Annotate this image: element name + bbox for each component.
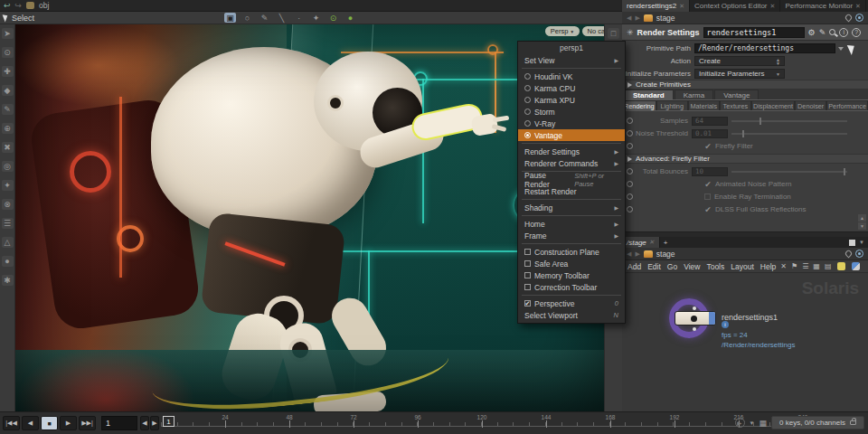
timeline-ruler[interactable]: 24 48 72 96 120 144 168 192 216 240 1 — [161, 415, 778, 432]
noise-threshold-value-field[interactable]: 0.01 — [692, 129, 728, 138]
menu-item-renderer-karma-xpu[interactable]: Karma XPU — [518, 94, 625, 106]
tool-icon[interactable]: ✎ — [2, 104, 14, 115]
tool-icon[interactable]: ✚ — [2, 66, 14, 77]
path-location-label[interactable]: stage — [656, 250, 675, 259]
scroll-up-icon[interactable]: ▲ — [858, 214, 866, 222]
playhead-marker[interactable]: 1 — [163, 416, 175, 427]
tab-rendering[interactable]: Rendering — [622, 100, 656, 110]
samples-slider[interactable] — [731, 120, 847, 122]
menu-item-frame[interactable]: Frame▶ — [518, 230, 625, 241]
menu-item-renderer-vantage-selected[interactable]: Vantage — [518, 129, 625, 141]
menu-item-renderer-storm[interactable]: Storm — [518, 106, 625, 118]
go-to-start-button[interactable]: |◀◀ — [3, 416, 20, 430]
dopesheet-icon[interactable]: ▦ — [760, 419, 768, 428]
menu-item-home[interactable]: Home▶ — [518, 218, 625, 230]
noise-threshold-slider[interactable] — [731, 133, 847, 135]
line-select-icon[interactable]: ╲ — [276, 13, 288, 23]
help-icon[interactable]: ? — [852, 28, 861, 37]
tool-icon[interactable]: ☰ — [2, 218, 14, 229]
slider-handle[interactable] — [742, 130, 744, 137]
total-bounces-value-field[interactable]: 10 — [692, 167, 728, 176]
menu-go[interactable]: Go — [667, 262, 677, 271]
play-reverse-button[interactable]: ◀ — [22, 416, 39, 430]
new-tab-button[interactable]: + — [660, 239, 672, 247]
parameter-node-icon[interactable] — [627, 193, 633, 200]
keys-channels-status[interactable]: 0 keys, 0/0 channels — [771, 416, 864, 429]
pin-icon[interactable] — [844, 14, 854, 23]
pane-maximize-icon[interactable] — [849, 240, 855, 246]
tool-icon[interactable]: ✖ — [2, 142, 14, 153]
brush-icon[interactable]: ✎ — [819, 28, 826, 37]
stop-button[interactable]: ■ — [41, 416, 58, 430]
tool-icon[interactable]: ⊕ — [2, 123, 14, 134]
menu-item-pause-render[interactable]: Pause RenderShift+P or Pause — [518, 174, 625, 185]
camera-selector-pill[interactable]: No cam ▼ — [582, 26, 604, 36]
advanced-firefly-filter-section[interactable]: Advanced: Firefly Filter — [622, 154, 868, 164]
visibility-select-icon[interactable]: ✦ — [310, 13, 322, 23]
scroll-down-icon[interactable]: ▼ — [858, 222, 866, 230]
create-primitives-section[interactable]: Create Primitives — [622, 80, 868, 90]
back-icon[interactable]: ◀ — [627, 14, 631, 22]
tool-icon[interactable]: ➤ — [2, 28, 14, 39]
network-editor-canvas[interactable]: Solaris rendersettings1 i fps = 24 /Rend… — [622, 273, 868, 411]
node-display-flag[interactable] — [709, 312, 715, 325]
chevron-down-icon[interactable] — [838, 47, 844, 51]
tab-rendersettings[interactable]: rendersettings2✕ — [622, 0, 690, 12]
parameter-node-icon[interactable] — [627, 118, 633, 124]
go-to-end-button[interactable]: ▶▶| — [79, 416, 96, 430]
close-icon[interactable]: ✕ — [770, 3, 776, 10]
checkbox-checked-icon[interactable]: ✔ — [704, 206, 712, 213]
menu-item-renderer-commands[interactable]: Renderer Commands▶ — [518, 157, 625, 169]
current-frame-field[interactable] — [101, 416, 137, 430]
tool-icon[interactable]: ⊙ — [2, 47, 14, 58]
display-option-icon[interactable]: □ — [608, 28, 619, 39]
tab-karma[interactable]: Karma — [675, 90, 714, 99]
list-view-icon[interactable]: ☰ — [802, 262, 808, 270]
gear-icon[interactable]: ⚙ — [808, 28, 816, 37]
checkbox-checked-icon[interactable]: ✔ — [704, 181, 712, 188]
parameter-node-icon[interactable] — [627, 206, 633, 212]
forward-icon[interactable]: ▶ — [635, 250, 639, 258]
point-select-icon[interactable]: ∙ — [293, 13, 305, 23]
tool-icon[interactable]: ● — [2, 256, 14, 267]
tab-displacement[interactable]: Displacement — [751, 100, 795, 110]
initialize-parameters-button[interactable]: Initialize Parameters▼ — [694, 69, 785, 79]
node-name-input[interactable] — [703, 27, 805, 38]
perspective-selector-pill[interactable]: Persp ▼ — [545, 26, 580, 36]
node-output-connector[interactable] — [693, 327, 696, 331]
playback-options-icon[interactable]: ▶ — [735, 418, 745, 428]
menu-item-memory-toolbar[interactable]: Memory Toolbar — [518, 269, 625, 281]
tab-context-options-editor[interactable]: Context Options Editor✕ — [690, 0, 780, 12]
path-location-label[interactable]: stage — [656, 14, 675, 23]
step-back-button[interactable]: ◀ — [140, 416, 149, 430]
tab-vantage[interactable]: Vantage — [714, 90, 759, 99]
menu-item-shading[interactable]: Shading▶ — [518, 202, 625, 213]
sticky-note-icon[interactable] — [837, 262, 845, 270]
menu-item-safe-area[interactable]: Safe Area — [518, 258, 625, 269]
menu-item-render-settings[interactable]: Render Settings▶ — [518, 146, 625, 157]
tab-performance[interactable]: Performance — [826, 100, 868, 110]
parameter-node-icon[interactable] — [627, 130, 633, 137]
menu-item-renderer-v-ray[interactable]: V-Ray — [518, 118, 625, 129]
follow-selection-icon[interactable] — [855, 250, 863, 258]
color-palette-icon[interactable] — [852, 262, 860, 270]
network-path[interactable]: obj — [39, 1, 49, 10]
menu-item-renderer-karma-cpu[interactable]: Karma CPU — [518, 82, 625, 94]
slider-handle[interactable] — [760, 118, 761, 125]
menu-item-correction-toolbar[interactable]: Correction Toolbar — [518, 281, 625, 293]
pick-arrow-icon[interactable] — [847, 42, 857, 55]
tool-icon[interactable]: ⊗ — [2, 199, 14, 210]
pin-icon[interactable] — [844, 250, 854, 259]
primitive-path-input[interactable] — [694, 43, 835, 53]
pane-menu-icon[interactable]: ▼ — [859, 240, 864, 245]
rendersettings-node[interactable] — [675, 311, 716, 326]
tool-icon[interactable]: ✦ — [2, 180, 14, 191]
close-icon[interactable]: ✕ — [679, 3, 684, 10]
tools-icon[interactable]: ✕ — [780, 262, 787, 270]
forward-icon[interactable]: ▶ — [635, 14, 639, 22]
menu-add[interactable]: Add — [627, 262, 641, 271]
node-info-icon[interactable]: i — [722, 321, 729, 328]
menu-item-set-view[interactable]: Set View▶ — [518, 54, 625, 66]
parameter-node-icon[interactable] — [627, 143, 633, 149]
tab-standard[interactable]: Standard — [624, 90, 674, 99]
